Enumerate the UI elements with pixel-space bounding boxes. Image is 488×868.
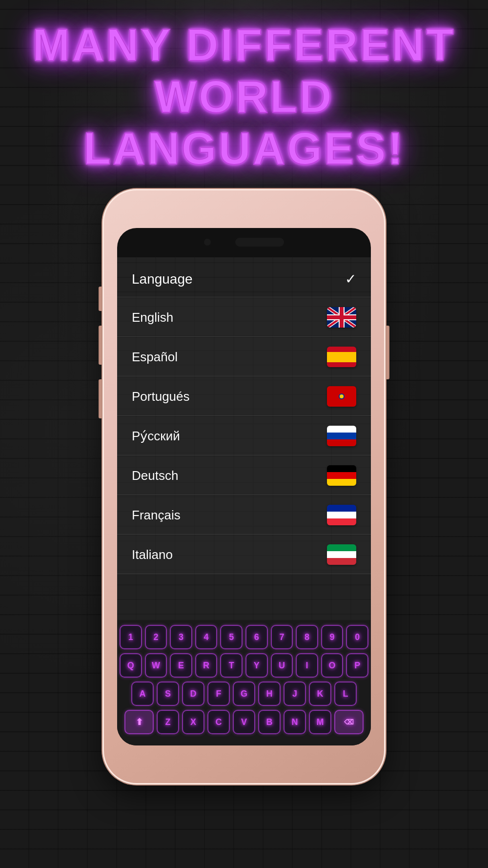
- key-h[interactable]: H: [258, 682, 281, 706]
- language-name-english: English: [132, 310, 173, 325]
- phone-speaker: [235, 238, 284, 247]
- flag-english: [327, 307, 356, 328]
- key-7[interactable]: 7: [271, 625, 293, 649]
- key-g[interactable]: G: [233, 682, 255, 706]
- key-0[interactable]: 0: [346, 625, 368, 649]
- key-2[interactable]: 2: [145, 625, 167, 649]
- language-header-label: Language: [132, 271, 193, 287]
- screen-background: Language ✓ English: [117, 257, 371, 745]
- key-d[interactable]: D: [182, 682, 204, 706]
- language-item-spanish[interactable]: Español: [117, 338, 371, 376]
- key-1[interactable]: 1: [120, 625, 142, 649]
- page-wrapper: MANY DIFFERENT WORLD LANGUAGES!: [0, 0, 488, 868]
- key-y[interactable]: Y: [245, 653, 268, 678]
- phone-top-bar: [132, 238, 356, 247]
- language-name-french: Français: [132, 508, 181, 523]
- language-name-russian: Ру́сский: [132, 429, 180, 444]
- language-item-english[interactable]: English: [117, 298, 371, 337]
- flag-german: [327, 465, 356, 486]
- language-list: English: [117, 297, 371, 575]
- language-name-german: Deutsch: [132, 468, 178, 483]
- flag-russian: [327, 426, 356, 446]
- checkmark-icon[interactable]: ✓: [345, 271, 356, 287]
- key-l[interactable]: L: [334, 682, 357, 706]
- phone-frame: Language ✓ English: [102, 189, 386, 785]
- key-f[interactable]: F: [207, 682, 230, 706]
- key-3[interactable]: 3: [170, 625, 192, 649]
- keyboard-row-qwerty: Q W E R T Y U I O P: [120, 653, 368, 678]
- key-a[interactable]: A: [131, 682, 154, 706]
- language-item-german[interactable]: Deutsch: [117, 456, 371, 495]
- key-v[interactable]: V: [233, 710, 255, 734]
- keyboard-row-numbers: 1 2 3 4 5 6 7 8 9 0: [120, 625, 368, 649]
- keyboard-row-asdf: A S D F G H J K L: [120, 682, 368, 706]
- title-line1: MANY DIFFERENT: [33, 20, 456, 71]
- flag-french: [327, 505, 356, 525]
- key-j[interactable]: J: [284, 682, 306, 706]
- phone-button-mute: [99, 287, 102, 311]
- key-6[interactable]: 6: [245, 625, 268, 649]
- flag-portuguese: [327, 386, 356, 407]
- title-line3: LANGUAGES!: [33, 123, 456, 175]
- keyboard: 1 2 3 4 5 6 7 8 9 0: [117, 620, 371, 745]
- language-header: Language ✓: [117, 257, 371, 297]
- svg-rect-8: [327, 315, 356, 319]
- phone-screen: Language ✓ English: [117, 228, 371, 745]
- language-name-spanish: Español: [132, 350, 178, 365]
- key-q[interactable]: Q: [120, 653, 142, 678]
- flag-italian: [327, 544, 356, 565]
- key-t[interactable]: T: [220, 653, 243, 678]
- key-c[interactable]: C: [207, 710, 230, 734]
- language-name-portuguese: Portugués: [132, 389, 190, 404]
- language-item-french[interactable]: Français: [117, 496, 371, 535]
- key-z[interactable]: Z: [157, 710, 179, 734]
- phone-body: Language ✓ English: [102, 189, 386, 785]
- title-line2: WORLD: [33, 71, 456, 123]
- key-5[interactable]: 5: [220, 625, 243, 649]
- key-4[interactable]: 4: [195, 625, 218, 649]
- key-r[interactable]: R: [195, 653, 218, 678]
- phone-button-vol-down: [99, 379, 102, 418]
- key-n[interactable]: N: [284, 710, 306, 734]
- neon-title: MANY DIFFERENT WORLD LANGUAGES!: [18, 20, 470, 174]
- key-8[interactable]: 8: [296, 625, 318, 649]
- key-o[interactable]: O: [321, 653, 344, 678]
- key-i[interactable]: I: [296, 653, 318, 678]
- language-item-portuguese[interactable]: Portugués: [117, 377, 371, 416]
- key-u[interactable]: U: [271, 653, 293, 678]
- key-e[interactable]: E: [170, 653, 192, 678]
- language-item-russian[interactable]: Ру́сский: [117, 417, 371, 455]
- key-b[interactable]: B: [258, 710, 281, 734]
- key-x[interactable]: X: [182, 710, 204, 734]
- language-item-italian[interactable]: Italiano: [117, 536, 371, 574]
- screen-content: Language ✓ English: [117, 257, 371, 745]
- key-m[interactable]: M: [309, 710, 331, 734]
- key-9[interactable]: 9: [321, 625, 344, 649]
- key-w[interactable]: W: [145, 653, 167, 678]
- shift-key[interactable]: ⬆: [124, 710, 154, 734]
- key-p[interactable]: P: [346, 653, 368, 678]
- key-s[interactable]: S: [157, 682, 179, 706]
- language-name-italian: Italiano: [132, 547, 173, 562]
- front-camera: [204, 239, 211, 246]
- keyboard-row-zxcv: ⬆ Z X C V B N M ⌫: [120, 710, 368, 734]
- phone-button-vol-up: [99, 326, 102, 365]
- phone-button-power: [386, 326, 389, 379]
- delete-key[interactable]: ⌫: [334, 710, 364, 734]
- key-k[interactable]: K: [309, 682, 331, 706]
- flag-spanish: [327, 347, 356, 367]
